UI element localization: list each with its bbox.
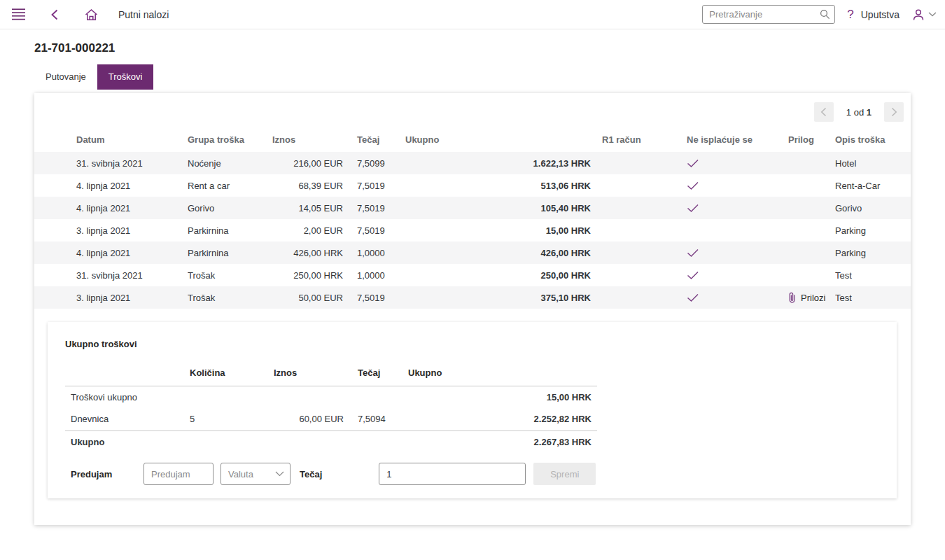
cell-grupa: Rent a car bbox=[188, 174, 272, 197]
hamburger-icon bbox=[12, 8, 25, 20]
predujam-label: Predujam bbox=[65, 469, 144, 479]
next-page-button[interactable] bbox=[884, 102, 904, 122]
prev-page-button[interactable] bbox=[814, 102, 834, 122]
cell-opis: Gorivo bbox=[835, 197, 911, 219]
cell-iznos: 50,00 EUR bbox=[272, 286, 343, 309]
cell-prilog bbox=[788, 197, 835, 219]
cell-r1-racun bbox=[591, 264, 685, 286]
user-icon bbox=[912, 8, 925, 21]
expense-row[interactable]: 3. lipnja 2021Trošak50,00 EUR7,5019375,1… bbox=[34, 286, 911, 309]
sum-cell-tecaj: 7,5094 bbox=[344, 408, 408, 430]
chevron-down-icon bbox=[275, 471, 284, 477]
chevron-left-icon bbox=[820, 107, 827, 117]
expense-row[interactable]: 4. lipnja 2021Rent a car68,39 EUR7,50195… bbox=[34, 174, 911, 197]
help-link[interactable]: Uputstva bbox=[861, 9, 899, 20]
sum-header-ukupno: Ukupno bbox=[408, 360, 597, 386]
cell-opis: Rent-a-Car bbox=[835, 174, 911, 197]
col-header-prilog: Prilog bbox=[788, 127, 835, 152]
sum-cell-kolicina bbox=[190, 430, 274, 453]
sum-cell-ukupno: 2.267,83 HRK bbox=[408, 430, 597, 453]
tab-bar: Putovanje Troškovi bbox=[34, 64, 911, 90]
tab-putovanje[interactable]: Putovanje bbox=[34, 64, 97, 90]
cell-tecaj: 1,0000 bbox=[343, 241, 405, 264]
pagination: 1 od 1 bbox=[34, 93, 911, 127]
cell-opis: Parking bbox=[835, 219, 911, 241]
cell-prilog bbox=[788, 241, 835, 264]
sum-cell-kolicina: 5 bbox=[190, 408, 274, 430]
summary-row: Ukupno2.267,83 HRK bbox=[65, 430, 597, 453]
summary-table: Količina Iznos Tečaj Ukupno Troškovi uku… bbox=[65, 360, 597, 453]
expense-row[interactable]: 3. lipnja 2021Parkirnina2,00 EUR7,501915… bbox=[34, 219, 911, 241]
search-button[interactable] bbox=[817, 7, 832, 22]
sum-header-iznos: Iznos bbox=[274, 360, 344, 386]
menu-button[interactable] bbox=[8, 5, 28, 24]
sum-cell-ukupno: 2.252,82 HRK bbox=[408, 408, 597, 430]
sum-cell-kolicina bbox=[190, 386, 274, 408]
cell-datum: 4. lipnja 2021 bbox=[34, 197, 188, 219]
cell-datum: 4. lipnja 2021 bbox=[34, 174, 188, 197]
expense-row[interactable]: 4. lipnja 2021Gorivo14,05 EUR7,5019105,4… bbox=[34, 197, 911, 219]
cell-ne-isplacuje-se bbox=[685, 264, 788, 286]
cell-grupa: Parkirnina bbox=[188, 241, 272, 264]
expense-row[interactable]: 31. svibnja 2021Noćenje216,00 EUR7,50991… bbox=[34, 152, 911, 174]
top-bar: Putni nalozi ? Uputstva bbox=[0, 0, 945, 29]
cell-ukupno: 1.622,13 HRK bbox=[405, 152, 591, 174]
predujam-form: Predujam Valuta Tečaj Spremi bbox=[65, 463, 879, 485]
cell-tecaj: 7,5019 bbox=[343, 219, 405, 241]
summary-header-row: Količina Iznos Tečaj Ukupno bbox=[65, 360, 597, 386]
search-box bbox=[702, 5, 835, 24]
cell-ukupno: 513,06 HRK bbox=[405, 174, 591, 197]
cell-opis: Hotel bbox=[835, 152, 911, 174]
save-button[interactable]: Spremi bbox=[533, 463, 596, 485]
search-input[interactable] bbox=[702, 5, 835, 24]
prilog-label: Prilozi bbox=[801, 293, 825, 303]
expenses-card: 1 od 1 Datum Grupa troška Iznos bbox=[34, 93, 911, 525]
predujam-tecaj-input[interactable] bbox=[379, 463, 526, 485]
home-icon bbox=[85, 8, 98, 21]
cell-ukupno: 250,00 HRK bbox=[405, 264, 591, 286]
cell-opis: Test bbox=[835, 286, 911, 309]
cell-ne-isplacuje-se bbox=[685, 286, 788, 309]
cell-tecaj: 7,5099 bbox=[343, 152, 405, 174]
col-header-r1: R1 račun bbox=[591, 127, 685, 152]
summary-title: Ukupno troškovi bbox=[65, 339, 879, 349]
predujam-amount-input[interactable] bbox=[144, 463, 214, 485]
checkmark-icon bbox=[687, 181, 699, 190]
sum-cell-iznos bbox=[274, 430, 344, 453]
cell-tecaj: 1,0000 bbox=[343, 264, 405, 286]
help-icon[interactable]: ? bbox=[847, 8, 853, 22]
sum-cell-iznos: 60,00 EUR bbox=[274, 408, 344, 430]
cell-grupa: Trošak bbox=[188, 286, 272, 309]
cell-iznos: 2,00 EUR bbox=[272, 219, 343, 241]
col-header-opis: Opis troška bbox=[835, 127, 911, 152]
expenses-table: Datum Grupa troška Iznos Tečaj Ukupno R1… bbox=[34, 127, 911, 309]
col-header-iznos: Iznos bbox=[272, 127, 343, 152]
sum-cell-tecaj bbox=[344, 430, 408, 453]
home-button[interactable] bbox=[81, 5, 101, 24]
cell-ukupno: 426,00 HRK bbox=[405, 241, 591, 264]
cell-r1-racun bbox=[591, 174, 685, 197]
cell-grupa: Parkirnina bbox=[188, 219, 272, 241]
chevron-down-icon bbox=[928, 12, 937, 17]
sum-cell-label: Dnevnica bbox=[65, 408, 190, 430]
app-title: Putni nalozi bbox=[118, 9, 169, 20]
valuta-select[interactable]: Valuta bbox=[220, 463, 290, 485]
user-menu[interactable] bbox=[912, 8, 937, 21]
sum-cell-tecaj bbox=[344, 386, 408, 408]
cell-prilog: Prilozi bbox=[788, 286, 835, 309]
cell-opis: Test bbox=[835, 264, 911, 286]
tab-troskovi[interactable]: Troškovi bbox=[97, 64, 154, 90]
summary-row: Troškovi ukupno15,00 HRK bbox=[65, 386, 597, 408]
cell-datum: 3. lipnja 2021 bbox=[34, 286, 188, 309]
back-button[interactable] bbox=[45, 5, 64, 24]
expense-row[interactable]: 31. svibnja 2021Trošak250,00 HRK1,000025… bbox=[34, 264, 911, 286]
cell-ukupno: 105,40 HRK bbox=[405, 197, 591, 219]
cell-ne-isplacuje-se bbox=[685, 241, 788, 264]
expense-row[interactable]: 4. lipnja 2021Parkirnina426,00 HRK1,0000… bbox=[34, 241, 911, 264]
prilog-link[interactable]: Prilozi bbox=[788, 292, 835, 304]
cell-prilog bbox=[788, 219, 835, 241]
cell-datum: 31. svibnja 2021 bbox=[34, 152, 188, 174]
cell-tecaj: 7,5019 bbox=[343, 174, 405, 197]
paperclip-icon bbox=[788, 292, 796, 304]
col-header-grupa: Grupa troška bbox=[188, 127, 272, 152]
